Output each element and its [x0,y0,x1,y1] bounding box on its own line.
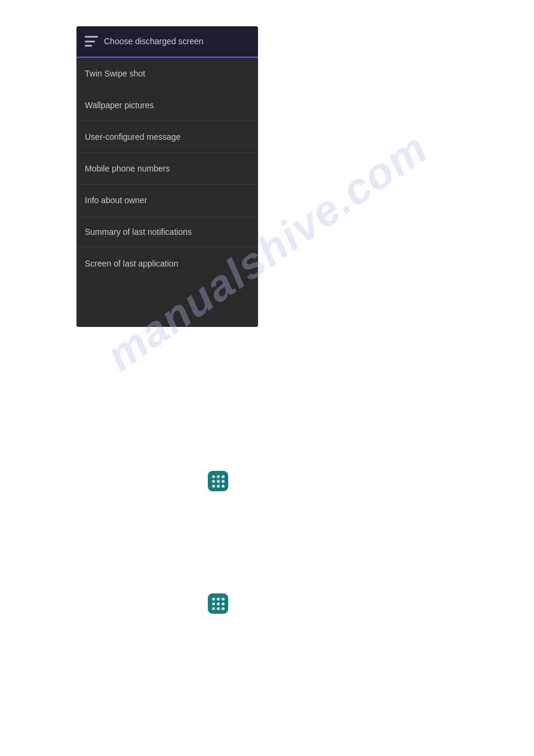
dialog-empty-area [76,279,258,327]
menu-item-owner-info[interactable]: Info about owner [76,185,258,216]
menu-item-last-application[interactable]: Screen of last application [76,248,258,279]
dialog-header: Choose discharged screen [76,26,258,57]
menu-item-wallpaper[interactable]: Wallpaper pictures [76,90,258,121]
app-drawer-icon-1[interactable] [208,471,228,491]
menu-icon [85,36,98,47]
dialog-panel: Choose discharged screen Twin Swipe shot… [76,26,258,327]
menu-item-last-notifications[interactable]: Summary of last notifications [76,216,258,248]
dots-grid-icon [212,475,224,487]
menu-list: Twin Swipe shot Wallpaper pictures User-… [76,58,258,279]
page: manualshive.com Choose discharged screen… [0,0,534,756]
menu-item-phone-numbers[interactable]: Mobile phone numbers [76,153,258,185]
dots-grid-icon-2 [212,598,224,610]
app-drawer-icon-2[interactable] [208,593,228,614]
dialog-title: Choose discharged screen [104,36,204,46]
menu-item-twin-swipe[interactable]: Twin Swipe shot [76,58,258,90]
menu-item-user-message[interactable]: User-configured message [76,121,258,153]
